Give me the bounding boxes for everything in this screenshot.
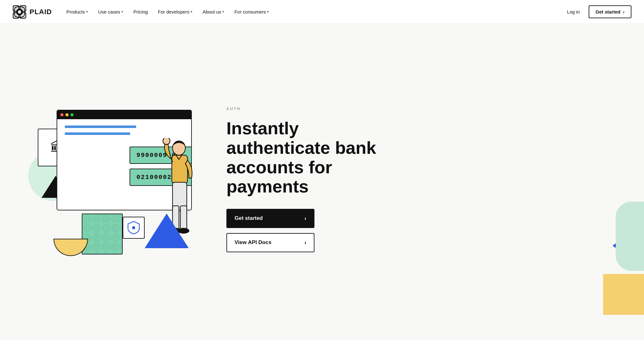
plaid-logo-icon: [13, 5, 26, 19]
blue-bar-1: [65, 125, 136, 128]
brand-name: PLAID: [30, 8, 52, 16]
dot-green: [70, 113, 74, 116]
nav-for-consumers[interactable]: For consumers ▾: [230, 7, 273, 17]
nav-about-us[interactable]: About us ▾: [198, 7, 229, 17]
hero-tag: AUTH: [226, 107, 390, 111]
nav-get-started-button[interactable]: Get started ›: [589, 5, 631, 18]
right-blue-triangle: [613, 220, 644, 271]
chevron-down-icon: ▾: [86, 10, 88, 14]
hero-content: AUTH Instantly authenticate bank account…: [226, 107, 390, 257]
pattern-svg: [82, 214, 123, 254]
chevron-down-icon: ▾: [191, 10, 192, 14]
right-green-shape: [616, 202, 644, 271]
right-yellow-box: [603, 274, 644, 315]
nav-right: Log in Get started ›: [563, 5, 631, 18]
svg-point-26: [132, 226, 135, 229]
green-pattern-box: [82, 214, 123, 254]
dot-red: [60, 113, 64, 116]
svg-point-16: [163, 138, 170, 144]
nav-pricing[interactable]: Pricing: [129, 7, 152, 17]
chevron-right-icon: ›: [623, 9, 625, 14]
chevron-down-icon: ▾: [222, 10, 224, 14]
logo[interactable]: PLAID: [13, 5, 52, 19]
blue-bar-2: [65, 132, 130, 135]
hero-title: Instantly authenticate bank accounts for…: [226, 119, 390, 196]
dot-yellow: [65, 113, 69, 116]
browser-bar: [57, 110, 191, 119]
arrow-right-icon: ›: [304, 215, 306, 222]
chevron-down-icon: ▾: [121, 10, 123, 14]
hero-get-started-button[interactable]: Get started ›: [226, 209, 314, 228]
right-decorations: [594, 195, 644, 321]
arrow-right-icon: ›: [304, 239, 306, 246]
blue-triangle: [145, 214, 189, 248]
shield-box: [123, 217, 145, 239]
svg-rect-25: [82, 214, 123, 254]
navbar: PLAID Products ▾ Use cases ▾ Pricing For…: [0, 0, 644, 24]
nav-use-cases[interactable]: Use cases ▾: [94, 7, 128, 17]
nav-products[interactable]: Products ▾: [62, 7, 92, 17]
shield-icon: [127, 221, 140, 235]
nav-for-developers[interactable]: For developers ▾: [153, 7, 197, 17]
chevron-down-icon: ▾: [267, 10, 269, 14]
login-link[interactable]: Log in: [563, 7, 584, 17]
nav-links: Products ▾ Use cases ▾ Pricing For devel…: [62, 7, 563, 17]
hero-section: 🏛 9900009606 021000021: [0, 24, 644, 340]
hero-api-docs-button[interactable]: View API Docs ›: [226, 233, 314, 252]
svg-rect-15: [172, 155, 187, 184]
hero-illustration: 🏛 9900009606 021000021: [25, 100, 208, 264]
